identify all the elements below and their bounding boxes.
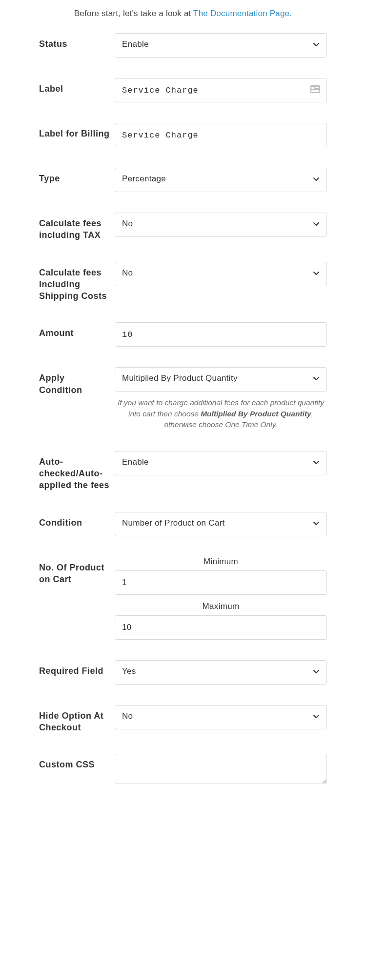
maximum-sublabel: Maximum	[115, 602, 327, 611]
status-select[interactable]: Enable	[115, 33, 327, 58]
calc-shipping-select[interactable]: No	[115, 262, 327, 286]
calc-tax-select[interactable]: No	[115, 213, 327, 237]
auto-applied-label: Auto-checked/Auto-applied the fees	[39, 451, 115, 491]
hide-checkout-select[interactable]: No	[115, 705, 327, 729]
required-field-label: Required Field	[39, 660, 115, 677]
label-input[interactable]	[115, 78, 327, 102]
auto-applied-select[interactable]: Enable	[115, 451, 327, 475]
amount-label: Amount	[39, 322, 115, 339]
label-label: Label	[39, 78, 115, 95]
apply-condition-label: Apply Condition	[39, 367, 115, 396]
condition-label: Condition	[39, 512, 115, 529]
custom-css-textarea[interactable]	[115, 754, 327, 784]
label-billing-input[interactable]	[115, 123, 327, 147]
calc-shipping-label: Calculate fees including Shipping Costs	[39, 262, 115, 302]
label-billing-label: Label for Billing	[39, 123, 115, 139]
intro-prefix: Before start, let's take a look at	[74, 9, 193, 18]
amount-input[interactable]	[115, 322, 327, 347]
product-cart-label: No. Of Product on Cart	[39, 557, 115, 586]
minimum-sublabel: Minimum	[115, 557, 327, 567]
intro-text: Before start, let's take a look at The D…	[0, 0, 366, 23]
required-field-select[interactable]: Yes	[115, 660, 327, 685]
type-label: Type	[39, 168, 115, 184]
type-select[interactable]: Percentage	[115, 168, 327, 192]
apply-condition-helper: If you want to charge additional fees fo…	[115, 397, 327, 430]
calc-tax-label: Calculate fees including TAX	[39, 213, 115, 241]
status-label: Status	[39, 33, 115, 50]
hide-checkout-label: Hide Option At Checkout	[39, 705, 115, 734]
form-container: Status Enable Label Label for Billing	[0, 23, 366, 796]
apply-condition-select[interactable]: Multiplied By Product Quantity	[115, 367, 327, 392]
custom-css-label: Custom CSS	[39, 754, 115, 770]
documentation-link[interactable]: The Documentation Page.	[193, 9, 292, 18]
helper-bold: Multiplied By Product Quantity	[201, 410, 311, 418]
condition-select[interactable]: Number of Product on Cart	[115, 512, 327, 536]
minimum-input[interactable]	[115, 570, 327, 595]
maximum-input[interactable]	[115, 615, 327, 640]
